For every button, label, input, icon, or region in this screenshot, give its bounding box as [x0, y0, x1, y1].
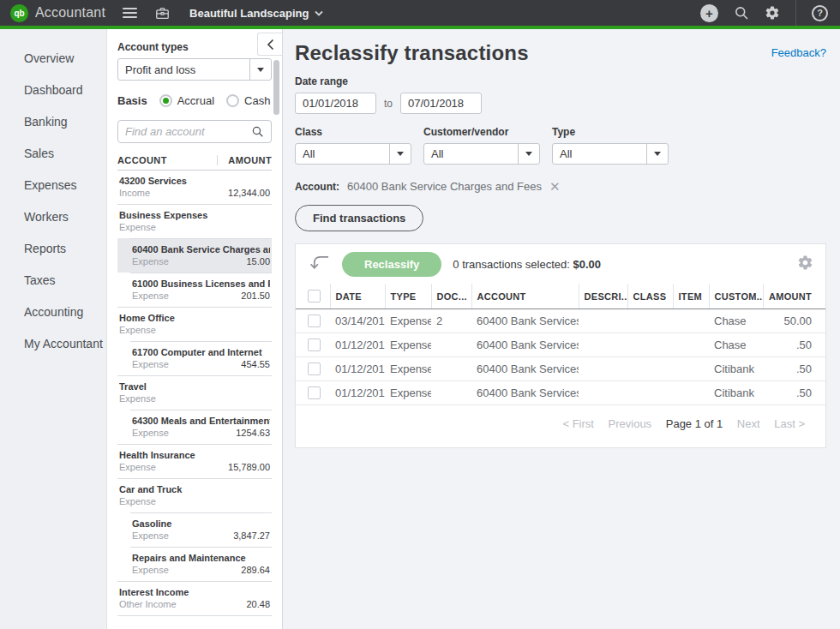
pagination-previous[interactable]: Previous — [609, 417, 652, 430]
dropdown-arrow-icon[interactable] — [249, 59, 271, 80]
amount-column-header: AMOUNT — [217, 155, 272, 165]
cell-description — [579, 309, 627, 333]
account-list-item[interactable]: Interest Income Other Income20.48 — [117, 581, 272, 615]
sidebar-item-sales[interactable]: Sales — [0, 138, 106, 170]
cell-account: 60400 Bank Services — [471, 381, 579, 405]
cell-class — [627, 333, 673, 357]
class-filter-select[interactable]: All — [295, 143, 411, 165]
cell-class — [627, 309, 673, 333]
cell-date: 01/12/2018 — [330, 381, 385, 405]
column-header-item[interactable]: ITEM — [673, 284, 709, 309]
cell-date: 03/14/2018 — [330, 309, 385, 333]
panel-scrollbar[interactable] — [273, 60, 279, 115]
pagination-first[interactable]: < First — [562, 417, 593, 430]
account-type: Expense — [132, 255, 169, 267]
table-row[interactable]: 01/12/2018 Expense 60400 Bank Services C… — [296, 333, 825, 357]
account-list-item[interactable]: Travel Expense — [117, 375, 272, 410]
dropdown-arrow-icon[interactable] — [518, 144, 539, 164]
sidebar-item-overview[interactable]: Overview — [0, 43, 106, 75]
table-settings-gear-icon[interactable] — [797, 255, 813, 274]
pagination-last[interactable]: Last > — [774, 417, 805, 430]
settings-gear-icon[interactable] — [765, 5, 780, 21]
account-name: 64300 Meals and Entertainment — [132, 415, 270, 427]
sidebar-item-expenses[interactable]: Expenses — [0, 170, 106, 201]
search-icon[interactable] — [734, 5, 749, 21]
list-divider — [117, 615, 272, 616]
column-header-customer[interactable]: CUSTOM... — [709, 284, 763, 309]
basis-accrual-radio[interactable]: Accrual — [159, 94, 214, 107]
sidebar-item-reports[interactable]: Reports — [0, 233, 106, 265]
row-checkbox[interactable] — [308, 386, 321, 399]
sidebar-item-my-accountant[interactable]: My Accountant — [0, 328, 106, 360]
account-list-item[interactable]: Health Insurance Expense15,789.00 — [117, 444, 272, 478]
reclassify-button[interactable]: Reclassify — [342, 252, 441, 277]
account-type: Expense — [119, 324, 156, 336]
account-type-select[interactable]: Profit and loss — [117, 58, 272, 81]
account-list-header: ACCOUNT AMOUNT — [117, 155, 272, 171]
account-amount: 15.00 — [246, 255, 270, 267]
basis-cash-radio[interactable]: Cash — [226, 94, 270, 107]
table-row[interactable]: 01/12/2018 Expense 60400 Bank Services C… — [296, 357, 825, 381]
sidebar-item-dashboard[interactable]: Dashboard — [0, 75, 106, 106]
row-checkbox[interactable] — [308, 338, 321, 351]
account-amount: 12,344.00 — [228, 187, 270, 199]
remove-account-filter-icon[interactable]: ✕ — [549, 180, 561, 193]
create-plus-button[interactable]: + — [700, 4, 718, 22]
dropdown-arrow-icon[interactable] — [646, 144, 668, 164]
table-row[interactable]: 01/12/2018 Expense 60400 Bank Services C… — [296, 381, 825, 405]
type-filter-select[interactable]: All — [552, 143, 669, 165]
cell-amount: .50 — [763, 333, 825, 357]
move-transactions-icon[interactable] — [308, 253, 331, 276]
column-header-description[interactable]: DESCRI... — [579, 284, 627, 309]
top-navigation-bar: qb Accountant Beautiful Landscaping + ? — [0, 0, 840, 26]
sidebar-item-banking[interactable]: Banking — [0, 106, 106, 138]
account-list-item[interactable]: 61000 Business Licenses and Fees Expense… — [117, 273, 272, 307]
transactions-card: Reclassify 0 transactions selected: $0.0… — [295, 243, 826, 448]
feedback-link[interactable]: Feedback? — [771, 46, 826, 59]
account-list-item[interactable]: 43200 Services Income12,344.00 — [117, 171, 272, 204]
cell-amount: .50 — [763, 357, 825, 381]
account-amount: 289.64 — [241, 564, 270, 576]
account-amount: 20.48 — [246, 598, 270, 610]
company-switcher[interactable]: Beautiful Landscaping — [189, 7, 323, 20]
column-header-class[interactable]: CLASS — [627, 284, 673, 309]
account-list-item[interactable]: Repairs and Maintenance Expense289.64 — [117, 547, 272, 581]
column-header-doc[interactable]: DOC... — [431, 284, 471, 309]
pagination-next[interactable]: Next — [737, 417, 760, 430]
row-checkbox[interactable] — [308, 362, 321, 375]
account-list-item[interactable]: 61700 Computer and Internet Expense454.5… — [117, 341, 272, 375]
account-name: Home Office — [119, 312, 270, 324]
hamburger-menu-icon[interactable] — [123, 8, 137, 18]
table-row[interactable]: 03/14/2018 Expense 2 60400 Bank Services… — [296, 309, 825, 333]
dropdown-arrow-icon[interactable] — [389, 144, 411, 164]
column-header-account[interactable]: ACCOUNT — [471, 284, 579, 309]
column-header-date[interactable]: DATE — [330, 284, 385, 309]
briefcase-icon[interactable] — [154, 5, 171, 21]
date-from-input[interactable] — [295, 93, 376, 114]
sidebar-item-accounting[interactable]: Accounting — [0, 297, 106, 328]
customer-vendor-filter-select[interactable]: All — [423, 143, 540, 165]
account-list-item[interactable]: 64300 Meals and Entertainment Expense125… — [117, 410, 272, 444]
column-header-amount[interactable]: AMOUNT — [763, 284, 825, 309]
account-list-item[interactable]: Gasoline Expense3,847.27 — [117, 512, 272, 547]
row-checkbox[interactable] — [308, 314, 321, 327]
panel-collapse-button[interactable] — [257, 33, 282, 56]
basis-accrual-label: Accrual — [177, 94, 214, 107]
account-type-value: Profit and loss — [118, 59, 249, 80]
account-list-item-selected[interactable]: 60400 Bank Service Charges and ... Expen… — [117, 238, 272, 273]
help-icon[interactable]: ? — [812, 5, 828, 21]
column-header-type[interactable]: TYPE — [385, 284, 431, 309]
sidebar-item-taxes[interactable]: Taxes — [0, 265, 106, 297]
find-transactions-button[interactable]: Find transactions — [295, 205, 423, 231]
cell-customer: Chase — [709, 309, 763, 333]
sidebar-item-workers[interactable]: Workers — [0, 201, 106, 233]
account-type: Expense — [119, 495, 156, 507]
account-list-item[interactable]: Business Expenses Expense — [117, 204, 272, 238]
account-list-item[interactable]: Home Office Expense — [117, 307, 272, 341]
account-list-item[interactable]: Car and Truck Expense — [117, 478, 272, 512]
date-to-input[interactable] — [400, 93, 482, 114]
account-search-input[interactable] — [125, 125, 251, 138]
account-name: Health Insurance — [119, 449, 270, 461]
select-all-checkbox[interactable] — [308, 290, 321, 303]
radio-selected-icon — [159, 94, 172, 107]
